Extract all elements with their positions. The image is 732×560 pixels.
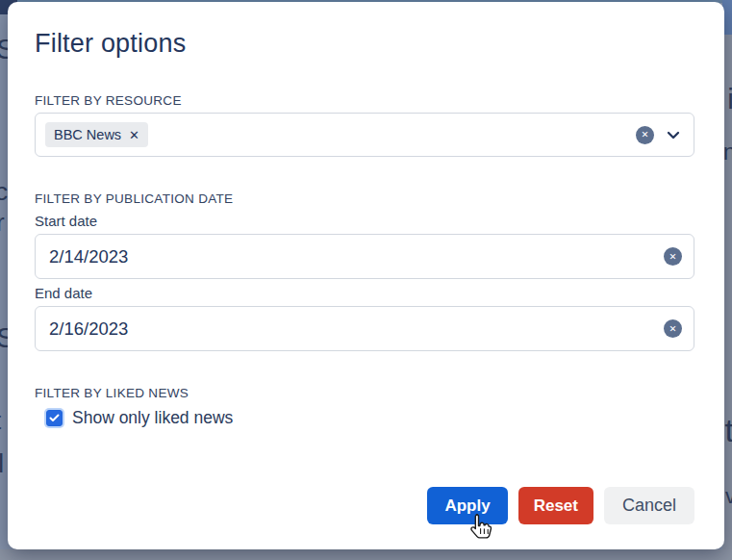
end-date-clear-icon[interactable]: ✕	[664, 319, 682, 338]
chevron-down-icon[interactable]	[667, 131, 680, 140]
resource-chip[interactable]: BBC News ✕	[45, 122, 148, 147]
backdrop-text-fragment: r	[0, 210, 5, 235]
end-date-input[interactable]	[35, 306, 694, 351]
filter-options-modal: Filter options FILTER BY RESOURCE BBC Ne…	[8, 2, 724, 549]
start-date-clear-icon[interactable]: ✕	[664, 247, 682, 266]
resource-section-label: FILTER BY RESOURCE	[35, 93, 694, 108]
resource-multiselect[interactable]: BBC News ✕ ✕	[35, 113, 694, 157]
modal-title: Filter options	[35, 29, 694, 59]
liked-checkbox[interactable]	[46, 410, 63, 426]
end-date-wrap: ✕	[35, 306, 694, 351]
liked-section-label: FILTER BY LIKED NEWS	[35, 386, 694, 400]
apply-button[interactable]: Apply	[427, 487, 507, 524]
clear-selection-icon[interactable]: ✕	[636, 126, 654, 144]
cancel-button[interactable]: Cancel	[604, 487, 694, 524]
backdrop-text-fragment: t	[725, 414, 732, 446]
date-section-label: FILTER BY PUBLICATION DATE	[35, 191, 694, 206]
liked-checkbox-label: Show only liked news	[72, 408, 233, 428]
backdrop-text-fragment: t	[0, 408, 1, 433]
backdrop-bottom-strip	[0, 549, 732, 560]
resource-chip-label: BBC News	[54, 127, 121, 142]
backdrop-text-fragment: c	[0, 179, 8, 204]
backdrop-text-fragment: i	[727, 85, 732, 114]
backdrop-text-fragment: n	[723, 140, 732, 164]
reset-button[interactable]: Reset	[518, 487, 593, 524]
liked-checkbox-row[interactable]: Show only liked news	[46, 408, 694, 428]
start-date-wrap: ✕	[35, 234, 694, 279]
select-controls: ✕	[636, 126, 680, 144]
backdrop-text-fragment: v	[725, 486, 732, 507]
chip-remove-icon[interactable]: ✕	[129, 129, 139, 141]
backdrop-text-fragment: l	[0, 450, 4, 477]
start-date-label: Start date	[35, 213, 694, 229]
modal-footer: Apply Reset Cancel	[427, 487, 694, 524]
end-date-label: End date	[35, 285, 694, 301]
start-date-input[interactable]	[35, 234, 694, 279]
